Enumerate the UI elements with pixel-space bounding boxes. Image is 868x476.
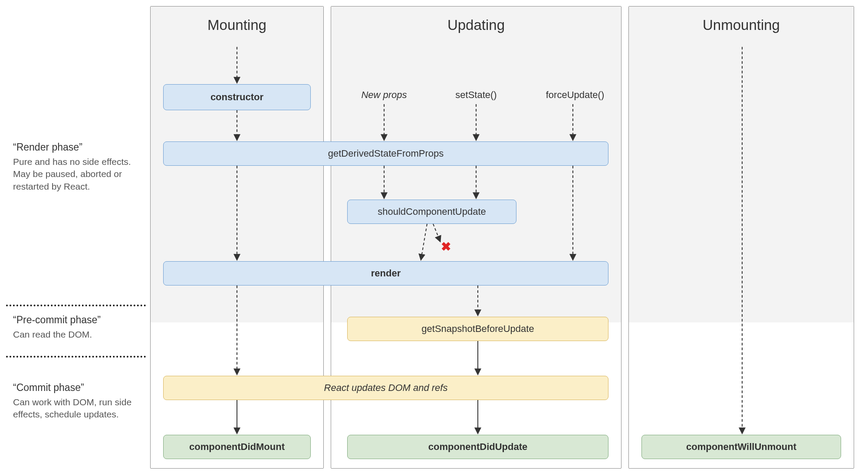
phase-precommit-label: “Pre-commit phase” Can read the DOM. xyxy=(13,314,143,341)
phase-precommit-title: “Pre-commit phase” xyxy=(13,314,143,326)
divider-1 xyxy=(6,305,146,306)
node-componentdidmount[interactable]: componentDidMount xyxy=(163,435,311,459)
phase-precommit-desc: Can read the DOM. xyxy=(13,328,143,341)
scu-false-icon: ✖ xyxy=(441,240,451,254)
column-mounting-title: Mounting xyxy=(151,17,323,33)
trigger-forceupdate: forceUpdate() xyxy=(540,89,610,101)
column-unmounting-title: Unmounting xyxy=(629,17,854,33)
lifecycle-diagram: “Render phase” Pure and has no side effe… xyxy=(4,4,855,472)
divider-2 xyxy=(6,356,146,358)
phase-commit-desc: Can work with DOM, run side effects, sch… xyxy=(13,396,143,421)
node-getsnapshotbeforeupdate[interactable]: getSnapshotBeforeUpdate xyxy=(347,317,608,341)
phase-render-label: “Render phase” Pure and has no side effe… xyxy=(13,141,143,193)
node-componentwillunmount[interactable]: componentWillUnmount xyxy=(641,435,841,459)
phase-commit-label: “Commit phase” Can work with DOM, run si… xyxy=(13,382,143,421)
node-constructor[interactable]: constructor xyxy=(163,84,311,110)
node-shouldcomponentupdate[interactable]: shouldComponentUpdate xyxy=(347,200,516,224)
phase-render-desc: Pure and has no side effects. May be pau… xyxy=(13,156,143,193)
column-unmounting: Unmounting xyxy=(628,6,854,469)
node-react-updates-dom: React updates DOM and refs xyxy=(163,376,608,400)
trigger-setstate: setState() xyxy=(448,89,504,101)
trigger-new-props: New props xyxy=(356,89,412,101)
column-unmounting-shade xyxy=(629,7,854,322)
node-render[interactable]: render xyxy=(163,261,608,286)
phase-render-title: “Render phase” xyxy=(13,141,143,153)
column-updating-title: Updating xyxy=(331,17,621,33)
phase-commit-title: “Commit phase” xyxy=(13,382,143,394)
node-getderivedstatefromprops[interactable]: getDerivedStateFromProps xyxy=(163,141,608,166)
node-componentdidupdate[interactable]: componentDidUpdate xyxy=(347,435,608,459)
